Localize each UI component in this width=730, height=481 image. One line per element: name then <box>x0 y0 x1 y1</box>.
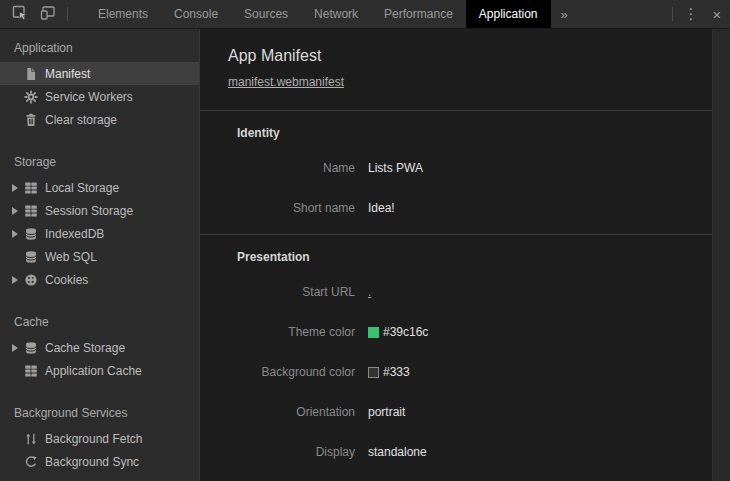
field-value-text: Lists PWA <box>368 161 423 175</box>
sidebar-item-indexeddb[interactable]: IndexedDB <box>0 222 199 245</box>
field-row-name: Name Lists PWA <box>200 148 712 188</box>
app-manifest-panel: App Manifest manifest.webmanifest Identi… <box>200 29 730 481</box>
sidebar-item-web-sql[interactable]: Web SQL <box>0 245 199 268</box>
sidebar-item-list: Local Storage Session Storage IndexedDB … <box>0 176 199 291</box>
color-swatch <box>368 327 379 338</box>
sidebar-item-label: Background Fetch <box>45 432 142 446</box>
sidebar-item-background-fetch[interactable]: Background Fetch <box>0 427 199 450</box>
table-icon <box>24 364 38 378</box>
field-row-display: Display standalone <box>200 432 712 472</box>
field-value-text: #39c16c <box>383 325 428 339</box>
field-value: Lists PWA <box>368 161 423 175</box>
field-row-theme-color: Theme color #39c16c <box>200 312 712 352</box>
toolbar-separator-right <box>672 7 673 21</box>
sidebar-item-cookies[interactable]: Cookies <box>0 268 199 291</box>
sidebar-item-local-storage[interactable]: Local Storage <box>0 176 199 199</box>
sidebar-section-storage: Storage Local Storage Session Storage In… <box>0 149 199 291</box>
field-value: Idea! <box>368 201 395 215</box>
sidebar-item-session-storage[interactable]: Session Storage <box>0 199 199 222</box>
sidebar-item-list: Manifest Service Workers Clear storage <box>0 62 199 131</box>
panel-tabs: ElementsConsoleSourcesNetworkPerformance… <box>85 0 551 28</box>
sidebar-section-title: Background Services <box>0 400 199 427</box>
tab-sources[interactable]: Sources <box>231 0 301 28</box>
section-title: Presentation <box>200 235 712 272</box>
trash-icon <box>24 113 38 127</box>
table-icon <box>24 204 38 218</box>
field-row-start-url: Start URL . <box>200 272 712 312</box>
field-value-text[interactable]: . <box>368 285 371 299</box>
devtools-content: Application Manifest Service Workers Cle… <box>0 29 730 481</box>
sidebar-item-manifest[interactable]: Manifest <box>0 62 199 85</box>
field-value-text: #333 <box>383 365 410 379</box>
tab-application[interactable]: Application <box>466 0 551 28</box>
tab-performance[interactable]: Performance <box>371 0 466 28</box>
field-value: standalone <box>368 445 427 459</box>
vertical-scrollbar[interactable] <box>712 29 730 481</box>
field-value-text: standalone <box>368 445 427 459</box>
sidebar-item-application-cache[interactable]: Application Cache <box>0 359 199 382</box>
field-value: #39c16c <box>368 325 428 339</box>
field-value: #333 <box>368 365 410 379</box>
sidebar-item-label: Session Storage <box>45 204 133 218</box>
disclosure-arrow-icon[interactable] <box>12 184 24 192</box>
sidebar-item-label: Cookies <box>45 273 88 287</box>
field-row-short-name: Short name Idea! <box>200 188 712 228</box>
sidebar-item-list: Cache Storage Application Cache <box>0 336 199 382</box>
sidebar-item-label: Clear storage <box>45 113 117 127</box>
field-label: Orientation <box>200 405 355 419</box>
database-icon <box>24 227 38 241</box>
sidebar-item-clear-storage[interactable]: Clear storage <box>0 108 199 131</box>
devtools-toolbar: ElementsConsoleSourcesNetworkPerformance… <box>0 0 730 29</box>
sidebar-section-application: Application Manifest Service Workers Cle… <box>0 35 199 131</box>
tab-console[interactable]: Console <box>161 0 231 28</box>
sidebar-item-background-sync[interactable]: Background Sync <box>0 450 199 473</box>
manifest-link-row: manifest.webmanifest <box>200 66 712 104</box>
document-icon <box>24 67 38 81</box>
sidebar-item-label: IndexedDB <box>45 227 104 241</box>
color-swatch <box>368 367 379 378</box>
sidebar-item-label: Application Cache <box>45 364 142 378</box>
field-value: . <box>368 285 371 299</box>
sync-icon <box>24 455 38 469</box>
kebab-menu-icon[interactable]: ⋮ <box>678 0 704 28</box>
close-icon[interactable]: × <box>704 0 730 28</box>
more-tabs-button[interactable]: » <box>551 0 578 28</box>
toolbar-separator <box>67 7 68 21</box>
fetch-icon <box>24 432 38 446</box>
disclosure-arrow-icon[interactable] <box>12 230 24 238</box>
sidebar-item-service-workers[interactable]: Service Workers <box>0 85 199 108</box>
sidebar-item-label: Manifest <box>45 67 90 81</box>
device-toolbar-button[interactable] <box>34 0 62 28</box>
sidebar-section-background-services: Background Services Background Fetch Bac… <box>0 400 199 473</box>
database-icon <box>24 250 38 264</box>
toolbar-spacer <box>578 0 667 28</box>
manifest-file-link[interactable]: manifest.webmanifest <box>228 75 344 89</box>
field-value-text: portrait <box>368 405 405 419</box>
sidebar-section-cache: Cache Cache Storage Application Cache <box>0 309 199 382</box>
section-title: Identity <box>200 111 712 148</box>
field-label: Short name <box>200 201 355 215</box>
page-title: App Manifest <box>200 29 712 66</box>
app-manifest-content: App Manifest manifest.webmanifest Identi… <box>200 29 712 481</box>
disclosure-arrow-icon[interactable] <box>12 344 24 352</box>
field-label: Background color <box>200 365 355 379</box>
sidebar-item-label: Service Workers <box>45 90 133 104</box>
sidebar-section-title: Application <box>0 35 199 62</box>
disclosure-arrow-icon[interactable] <box>12 207 24 215</box>
manifest-section-presentation: Presentation Start URL . Theme color #39… <box>200 234 712 472</box>
tab-network[interactable]: Network <box>301 0 371 28</box>
cookie-icon <box>24 273 38 287</box>
sidebar-section-title: Storage <box>0 149 199 176</box>
tab-elements[interactable]: Elements <box>85 0 161 28</box>
field-label: Start URL <box>200 285 355 299</box>
disclosure-arrow-icon[interactable] <box>12 276 24 284</box>
inspect-element-button[interactable] <box>6 0 34 28</box>
manifest-sections: Identity Name Lists PWA Short name Idea!… <box>200 110 712 481</box>
sidebar-item-cache-storage[interactable]: Cache Storage <box>0 336 199 359</box>
field-value-text: Idea! <box>368 201 395 215</box>
sidebar-section-title: Cache <box>0 309 199 336</box>
manifest-section-identity: Identity Name Lists PWA Short name Idea! <box>200 110 712 228</box>
section-rows: Name Lists PWA Short name Idea! <box>200 148 712 228</box>
field-value: portrait <box>368 405 405 419</box>
sidebar-item-label: Background Sync <box>45 455 139 469</box>
